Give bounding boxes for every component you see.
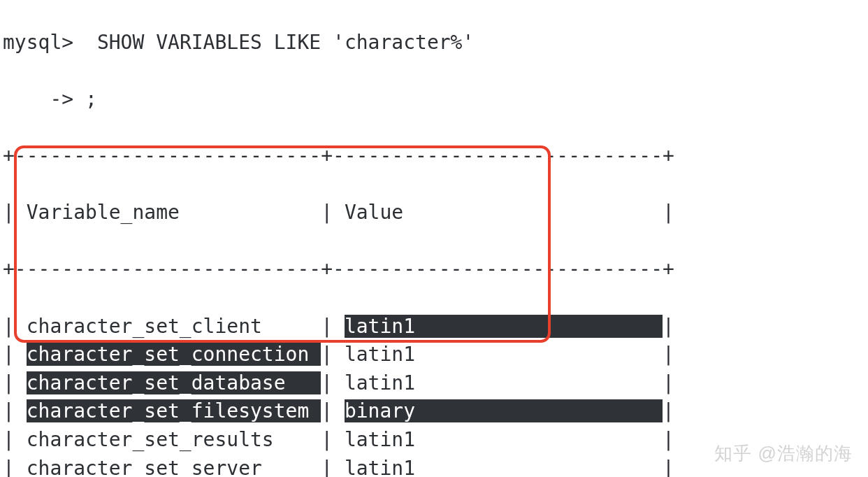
table-row: | character_set_database | latin1 | [3,369,865,398]
table-row: | character_set_filesystem | binary | [3,397,865,426]
table-row: | character_set_client | latin1 | [3,313,865,341]
variable-value: latin1 [345,343,415,366]
variable-name: character_set_results [27,428,274,451]
watermark: 知乎 @浩瀚的海 [714,441,853,467]
variable-value: latin1 [345,457,415,478]
divider-mid: +--------------------------+------------… [3,255,865,284]
variable-value: binary [345,399,415,422]
header-col2: Value [345,201,403,224]
variable-value: latin1 [345,315,415,338]
table-row: | character_set_connection | latin1 | [3,341,865,369]
variable-value: latin1 [345,428,415,451]
header-col1: Variable_name [27,201,180,224]
variable-name: character_set_server [27,457,262,478]
variable-name: character_set_client [27,315,262,338]
terminal-output: mysql> SHOW VARIABLES LIKE 'character%' … [0,0,868,477]
prompt-line: mysql> SHOW VARIABLES LIKE 'character%' [3,29,865,57]
continuation-line: -> ; [3,85,865,114]
variable-name: character_set_filesystem [27,399,310,422]
variable-name: character_set_connection [27,343,310,366]
variable-name: character_set_database [27,371,286,394]
variable-value: latin1 [345,371,415,394]
mysql-prompt: mysql> [3,31,73,54]
sql-command: SHOW VARIABLES LIKE 'character%' [97,31,474,54]
header-line: | Variable_name | Value | [3,199,865,227]
divider-top: +--------------------------+------------… [3,142,865,171]
